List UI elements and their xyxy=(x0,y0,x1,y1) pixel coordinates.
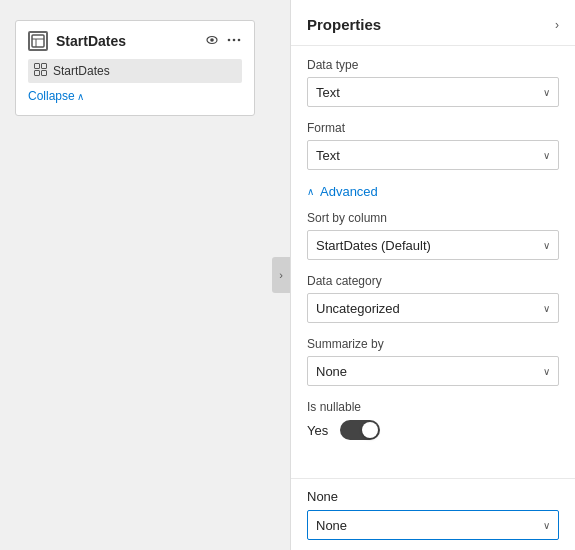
sort-by-column-dropdown-arrow: ∨ xyxy=(543,240,550,251)
format-dropdown-arrow: ∨ xyxy=(543,150,550,161)
summarize-by-label: Summarize by xyxy=(307,337,559,351)
summarize-by-dropdown[interactable]: None ∨ xyxy=(307,356,559,386)
table-card-header: StartDates xyxy=(28,31,242,51)
expand-icon: › xyxy=(279,269,283,281)
data-type-value: Text xyxy=(316,85,340,100)
properties-header: Properties › xyxy=(291,0,575,46)
expand-panel-button[interactable]: › xyxy=(272,257,290,293)
collapse-properties-icon[interactable]: › xyxy=(555,18,559,32)
advanced-chevron-icon: ∧ xyxy=(307,186,314,197)
data-category-section: Data category Uncategorized ∨ xyxy=(307,274,559,323)
data-type-dropdown-arrow: ∨ xyxy=(543,87,550,98)
sort-by-column-label: Sort by column xyxy=(307,211,559,225)
properties-title: Properties xyxy=(307,16,381,33)
table-card-actions xyxy=(204,32,242,51)
svg-rect-11 xyxy=(42,71,47,76)
grid-icon xyxy=(34,63,47,79)
nullable-value: Yes xyxy=(307,423,328,438)
data-type-label: Data type xyxy=(307,58,559,72)
format-dropdown[interactable]: Text ∨ xyxy=(307,140,559,170)
bottom-dropdown-arrow: ∨ xyxy=(543,520,550,531)
summarize-by-dropdown-arrow: ∨ xyxy=(543,366,550,377)
nullable-row: Yes xyxy=(307,420,559,440)
advanced-label: Advanced xyxy=(320,184,378,199)
bottom-label-1: None xyxy=(307,489,559,504)
data-category-label: Data category xyxy=(307,274,559,288)
sort-by-column-dropdown[interactable]: StartDates (Default) ∨ xyxy=(307,230,559,260)
bottom-dropdowns: None None ∨ xyxy=(291,478,575,550)
summarize-by-section: Summarize by None ∨ xyxy=(307,337,559,386)
properties-body: Data type Text ∨ Format Text ∨ ∧ Advance… xyxy=(291,46,575,478)
is-nullable-section: Is nullable Yes xyxy=(307,400,559,440)
svg-rect-8 xyxy=(35,64,40,69)
column-name: StartDates xyxy=(53,64,110,78)
table-icon xyxy=(28,31,48,51)
is-nullable-label: Is nullable xyxy=(307,400,559,414)
nullable-toggle[interactable] xyxy=(340,420,380,440)
toggle-thumb xyxy=(362,422,378,438)
data-category-dropdown[interactable]: Uncategorized ∨ xyxy=(307,293,559,323)
format-section: Format Text ∨ xyxy=(307,121,559,170)
collapse-arrow-icon: ∧ xyxy=(77,91,84,102)
svg-point-4 xyxy=(210,38,214,42)
bottom-dropdown[interactable]: None ∨ xyxy=(307,510,559,540)
advanced-header[interactable]: ∧ Advanced xyxy=(307,184,559,199)
bottom-dropdown-value: None xyxy=(316,518,347,533)
sort-by-column-value: StartDates (Default) xyxy=(316,238,431,253)
format-value: Text xyxy=(316,148,340,163)
table-card-title: StartDates xyxy=(28,31,126,51)
advanced-section: ∧ Advanced Sort by column StartDates (De… xyxy=(307,184,559,440)
data-category-value: Uncategorized xyxy=(316,301,400,316)
svg-rect-9 xyxy=(42,64,47,69)
collapse-link[interactable]: Collapse ∧ xyxy=(28,89,242,103)
svg-point-6 xyxy=(233,38,236,41)
more-icon[interactable] xyxy=(226,32,242,51)
sort-by-column-section: Sort by column StartDates (Default) ∨ xyxy=(307,211,559,260)
right-panel: Properties › Data type Text ∨ Format Tex… xyxy=(290,0,575,550)
svg-point-5 xyxy=(228,38,231,41)
table-card: StartDates xyxy=(15,20,255,116)
column-row: StartDates xyxy=(28,59,242,83)
format-label: Format xyxy=(307,121,559,135)
data-category-dropdown-arrow: ∨ xyxy=(543,303,550,314)
table-title: StartDates xyxy=(56,33,126,49)
collapse-label: Collapse xyxy=(28,89,75,103)
svg-rect-0 xyxy=(32,35,44,47)
svg-point-7 xyxy=(238,38,241,41)
left-panel: StartDates xyxy=(0,0,290,550)
data-type-dropdown[interactable]: Text ∨ xyxy=(307,77,559,107)
data-type-section: Data type Text ∨ xyxy=(307,58,559,107)
summarize-by-value: None xyxy=(316,364,347,379)
eye-icon[interactable] xyxy=(204,32,220,51)
svg-rect-10 xyxy=(35,71,40,76)
